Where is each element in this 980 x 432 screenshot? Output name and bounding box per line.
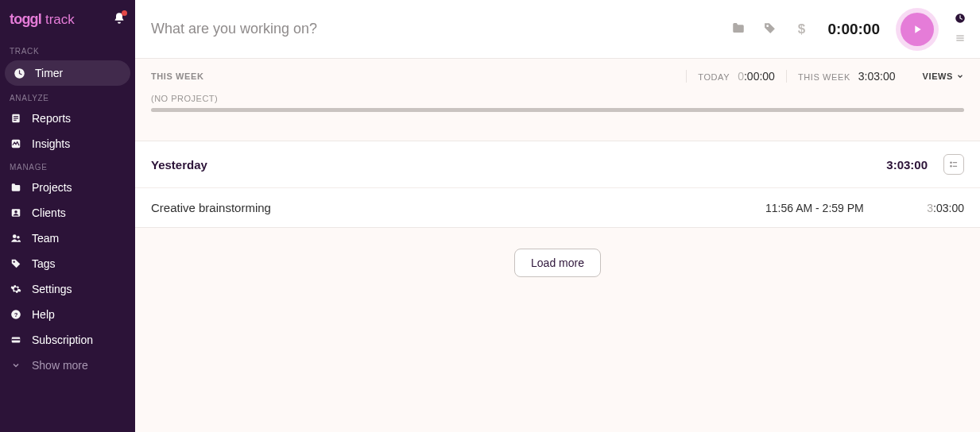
manual-mode-list-icon[interactable] xyxy=(955,33,966,46)
sidebar-item-label: Insights xyxy=(32,137,70,150)
svg-rect-2 xyxy=(14,116,18,117)
sidebar-show-more[interactable]: Show more xyxy=(0,353,135,378)
billable-dollar-icon[interactable]: $ xyxy=(795,21,809,37)
logo-light: track xyxy=(45,12,75,28)
svg-point-10 xyxy=(14,261,15,263)
sidebar-section-analyze-label: ANALYZE xyxy=(0,87,135,106)
card-icon xyxy=(10,334,22,345)
tag-icon[interactable] xyxy=(763,21,777,37)
svg-rect-14 xyxy=(12,339,21,341)
summary-this-week-label: THIS WEEK xyxy=(798,72,850,82)
views-dropdown[interactable]: VIEWS xyxy=(907,71,964,81)
timer-bar: $ 0:00:00 xyxy=(135,0,980,59)
timer-description-input[interactable] xyxy=(151,21,723,37)
sidebar-item-subscription[interactable]: Subscription xyxy=(0,327,135,353)
svg-point-9 xyxy=(17,236,20,239)
notification-dot-icon xyxy=(122,10,127,16)
entry-duration: 3:03:00 xyxy=(901,202,964,214)
gear-icon xyxy=(10,284,22,295)
sidebar-item-label: Timer xyxy=(35,67,63,79)
timer-value: 0:00:00 xyxy=(828,21,881,38)
main: $ 0:00:00 THIS WEEK TODAY 0:00:00 THIS W… xyxy=(135,0,980,432)
svg-point-22 xyxy=(951,166,951,167)
doc-icon xyxy=(10,113,22,124)
sidebar-section-track-label: TRACK xyxy=(0,40,135,59)
help-icon: ? xyxy=(10,309,22,320)
tag-icon xyxy=(10,258,22,269)
app-logo[interactable]: toggl track xyxy=(10,11,75,28)
clock-icon xyxy=(13,68,25,79)
timer-icons-group: $ xyxy=(731,21,809,37)
summary-today-label: TODAY xyxy=(698,72,730,82)
summary-today: TODAY 0:00:00 xyxy=(686,70,786,83)
sidebar-item-projects[interactable]: Projects xyxy=(0,175,135,200)
sidebar-item-clients[interactable]: Clients xyxy=(0,200,135,226)
sidebar-item-label: Clients xyxy=(32,206,66,219)
sidebar-show-more-label: Show more xyxy=(32,359,88,372)
sidebar-item-label: Projects xyxy=(32,181,72,194)
entry-title: Creative brainstorming xyxy=(151,201,765,214)
sidebar-item-label: Tags xyxy=(32,257,56,270)
play-icon xyxy=(911,23,924,36)
no-project-chart: (NO PROJECT) xyxy=(135,91,980,118)
day-header: Yesterday 3:03:00 xyxy=(135,141,980,188)
no-project-bar xyxy=(151,108,964,112)
sidebar-item-label: Subscription xyxy=(32,334,93,346)
load-more-button[interactable]: Load more xyxy=(514,249,601,277)
summary-row: THIS WEEK TODAY 0:00:00 THIS WEEK 3:03:0… xyxy=(135,59,980,91)
summary-main-label: THIS WEEK xyxy=(151,71,204,81)
sidebar-item-reports[interactable]: Reports xyxy=(0,106,135,131)
person-card-icon xyxy=(10,207,22,218)
views-label: VIEWS xyxy=(923,71,953,81)
sidebar-item-timer[interactable]: Timer xyxy=(5,60,130,86)
sidebar-section-manage-label: MANAGE xyxy=(0,156,135,175)
time-entry-row[interactable]: Creative brainstorming 11:56 AM - 2:59 P… xyxy=(135,188,980,228)
svg-text:?: ? xyxy=(14,311,18,318)
checklist-icon xyxy=(948,159,959,170)
day-total: 3:03:00 xyxy=(886,158,928,172)
sidebar-item-help[interactable]: ? Help xyxy=(0,302,135,327)
start-timer-button[interactable] xyxy=(901,13,934,46)
waveform-box-icon xyxy=(10,138,22,149)
summary-today-value: 0:00:00 xyxy=(738,70,775,83)
svg-point-8 xyxy=(13,234,17,238)
svg-rect-4 xyxy=(14,120,17,121)
day-title: Yesterday xyxy=(151,158,886,172)
timer-mode-clock-icon[interactable] xyxy=(955,13,966,26)
summary-this-week: THIS WEEK 3:03:00 xyxy=(786,70,907,83)
svg-point-15 xyxy=(766,25,769,27)
sidebar-item-label: Reports xyxy=(32,112,71,125)
sidebar: toggl track TRACK Timer ANALYZE Reports … xyxy=(0,0,135,432)
sidebar-item-team[interactable]: Team xyxy=(0,226,135,251)
sidebar-item-tags[interactable]: Tags xyxy=(0,251,135,276)
summary-this-week-value: 3:03:00 xyxy=(858,70,896,83)
people-icon xyxy=(10,233,22,244)
sidebar-item-settings[interactable]: Settings xyxy=(0,276,135,302)
chevron-down-icon xyxy=(10,361,22,370)
sidebar-item-label: Settings xyxy=(32,283,72,295)
notifications-bell-icon[interactable] xyxy=(113,12,126,27)
mini-controls xyxy=(955,13,966,46)
folder-icon xyxy=(10,182,22,193)
logo-row: toggl track xyxy=(0,11,135,40)
sidebar-item-insights[interactable]: Insights xyxy=(0,131,135,156)
svg-point-7 xyxy=(14,210,17,214)
svg-rect-3 xyxy=(14,118,18,118)
sidebar-item-label: Help xyxy=(32,308,55,321)
project-folder-icon[interactable] xyxy=(731,21,746,37)
no-project-label: (NO PROJECT) xyxy=(151,94,964,103)
bulk-edit-button[interactable] xyxy=(943,154,964,175)
load-more-wrap: Load more xyxy=(135,228,980,298)
logo-bold: toggl xyxy=(10,11,41,28)
svg-point-20 xyxy=(951,162,951,163)
chevron-down-icon xyxy=(956,72,964,80)
entry-time-range: 11:56 AM - 2:59 PM xyxy=(765,202,901,214)
sidebar-item-label: Team xyxy=(32,232,59,245)
